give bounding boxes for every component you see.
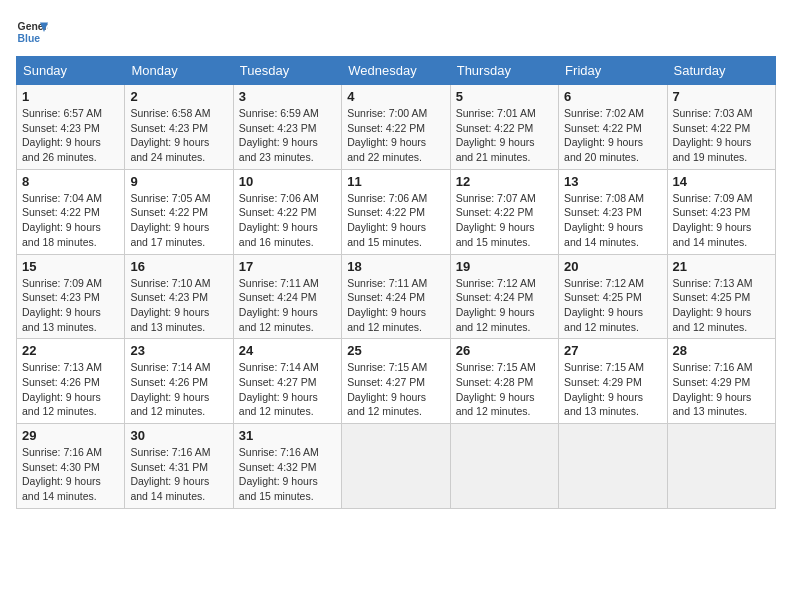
day-number: 11 xyxy=(347,174,444,189)
day-number: 4 xyxy=(347,89,444,104)
day-number: 7 xyxy=(673,89,770,104)
calendar-cell: 23 Sunrise: 7:14 AMSunset: 4:26 PMDaylig… xyxy=(125,339,233,424)
cell-info: Sunrise: 7:01 AMSunset: 4:22 PMDaylight:… xyxy=(456,107,536,163)
calendar-cell: 21 Sunrise: 7:13 AMSunset: 4:25 PMDaylig… xyxy=(667,254,775,339)
day-number: 20 xyxy=(564,259,661,274)
cell-info: Sunrise: 7:12 AMSunset: 4:25 PMDaylight:… xyxy=(564,277,644,333)
day-number: 12 xyxy=(456,174,553,189)
cell-info: Sunrise: 7:06 AMSunset: 4:22 PMDaylight:… xyxy=(239,192,319,248)
calendar-cell: 5 Sunrise: 7:01 AMSunset: 4:22 PMDayligh… xyxy=(450,85,558,170)
cell-info: Sunrise: 7:11 AMSunset: 4:24 PMDaylight:… xyxy=(347,277,427,333)
cell-info: Sunrise: 7:04 AMSunset: 4:22 PMDaylight:… xyxy=(22,192,102,248)
calendar-cell: 24 Sunrise: 7:14 AMSunset: 4:27 PMDaylig… xyxy=(233,339,341,424)
calendar-week-row: 8 Sunrise: 7:04 AMSunset: 4:22 PMDayligh… xyxy=(17,169,776,254)
cell-info: Sunrise: 7:14 AMSunset: 4:26 PMDaylight:… xyxy=(130,361,210,417)
cell-info: Sunrise: 7:05 AMSunset: 4:22 PMDaylight:… xyxy=(130,192,210,248)
day-of-week-header: Thursday xyxy=(450,57,558,85)
calendar-cell: 28 Sunrise: 7:16 AMSunset: 4:29 PMDaylig… xyxy=(667,339,775,424)
day-number: 17 xyxy=(239,259,336,274)
day-number: 18 xyxy=(347,259,444,274)
cell-info: Sunrise: 7:13 AMSunset: 4:26 PMDaylight:… xyxy=(22,361,102,417)
calendar-cell: 4 Sunrise: 7:00 AMSunset: 4:22 PMDayligh… xyxy=(342,85,450,170)
day-number: 29 xyxy=(22,428,119,443)
calendar-cell xyxy=(559,424,667,509)
calendar-cell xyxy=(667,424,775,509)
cell-info: Sunrise: 7:02 AMSunset: 4:22 PMDaylight:… xyxy=(564,107,644,163)
calendar-cell: 31 Sunrise: 7:16 AMSunset: 4:32 PMDaylig… xyxy=(233,424,341,509)
calendar-week-row: 15 Sunrise: 7:09 AMSunset: 4:23 PMDaylig… xyxy=(17,254,776,339)
page-header: General Blue xyxy=(16,16,776,48)
cell-info: Sunrise: 7:16 AMSunset: 4:31 PMDaylight:… xyxy=(130,446,210,502)
calendar-cell: 2 Sunrise: 6:58 AMSunset: 4:23 PMDayligh… xyxy=(125,85,233,170)
calendar-cell: 22 Sunrise: 7:13 AMSunset: 4:26 PMDaylig… xyxy=(17,339,125,424)
cell-info: Sunrise: 7:14 AMSunset: 4:27 PMDaylight:… xyxy=(239,361,319,417)
calendar-cell: 26 Sunrise: 7:15 AMSunset: 4:28 PMDaylig… xyxy=(450,339,558,424)
cell-info: Sunrise: 7:11 AMSunset: 4:24 PMDaylight:… xyxy=(239,277,319,333)
calendar-cell: 6 Sunrise: 7:02 AMSunset: 4:22 PMDayligh… xyxy=(559,85,667,170)
calendar-cell: 1 Sunrise: 6:57 AMSunset: 4:23 PMDayligh… xyxy=(17,85,125,170)
cell-info: Sunrise: 7:15 AMSunset: 4:29 PMDaylight:… xyxy=(564,361,644,417)
cell-info: Sunrise: 7:09 AMSunset: 4:23 PMDaylight:… xyxy=(22,277,102,333)
day-number: 15 xyxy=(22,259,119,274)
cell-info: Sunrise: 7:16 AMSunset: 4:30 PMDaylight:… xyxy=(22,446,102,502)
day-number: 6 xyxy=(564,89,661,104)
calendar-cell xyxy=(450,424,558,509)
calendar-cell: 18 Sunrise: 7:11 AMSunset: 4:24 PMDaylig… xyxy=(342,254,450,339)
calendar-cell: 12 Sunrise: 7:07 AMSunset: 4:22 PMDaylig… xyxy=(450,169,558,254)
calendar-cell xyxy=(342,424,450,509)
cell-info: Sunrise: 6:59 AMSunset: 4:23 PMDaylight:… xyxy=(239,107,319,163)
day-number: 10 xyxy=(239,174,336,189)
day-number: 2 xyxy=(130,89,227,104)
calendar-cell: 17 Sunrise: 7:11 AMSunset: 4:24 PMDaylig… xyxy=(233,254,341,339)
calendar-cell: 20 Sunrise: 7:12 AMSunset: 4:25 PMDaylig… xyxy=(559,254,667,339)
cell-info: Sunrise: 6:58 AMSunset: 4:23 PMDaylight:… xyxy=(130,107,210,163)
logo-icon: General Blue xyxy=(16,16,48,48)
cell-info: Sunrise: 6:57 AMSunset: 4:23 PMDaylight:… xyxy=(22,107,102,163)
calendar-cell: 25 Sunrise: 7:15 AMSunset: 4:27 PMDaylig… xyxy=(342,339,450,424)
day-number: 21 xyxy=(673,259,770,274)
day-number: 28 xyxy=(673,343,770,358)
cell-info: Sunrise: 7:13 AMSunset: 4:25 PMDaylight:… xyxy=(673,277,753,333)
svg-text:Blue: Blue xyxy=(18,33,41,44)
day-number: 23 xyxy=(130,343,227,358)
day-number: 5 xyxy=(456,89,553,104)
day-of-week-header: Saturday xyxy=(667,57,775,85)
day-number: 19 xyxy=(456,259,553,274)
day-number: 27 xyxy=(564,343,661,358)
calendar-body: 1 Sunrise: 6:57 AMSunset: 4:23 PMDayligh… xyxy=(17,85,776,509)
day-of-week-header: Sunday xyxy=(17,57,125,85)
calendar-header-row: SundayMondayTuesdayWednesdayThursdayFrid… xyxy=(17,57,776,85)
calendar-week-row: 29 Sunrise: 7:16 AMSunset: 4:30 PMDaylig… xyxy=(17,424,776,509)
day-number: 14 xyxy=(673,174,770,189)
calendar-cell: 9 Sunrise: 7:05 AMSunset: 4:22 PMDayligh… xyxy=(125,169,233,254)
calendar-cell: 19 Sunrise: 7:12 AMSunset: 4:24 PMDaylig… xyxy=(450,254,558,339)
day-number: 22 xyxy=(22,343,119,358)
day-number: 25 xyxy=(347,343,444,358)
calendar-cell: 30 Sunrise: 7:16 AMSunset: 4:31 PMDaylig… xyxy=(125,424,233,509)
day-of-week-header: Wednesday xyxy=(342,57,450,85)
day-of-week-header: Monday xyxy=(125,57,233,85)
logo: General Blue xyxy=(16,16,48,48)
day-number: 9 xyxy=(130,174,227,189)
cell-info: Sunrise: 7:03 AMSunset: 4:22 PMDaylight:… xyxy=(673,107,753,163)
calendar-cell: 10 Sunrise: 7:06 AMSunset: 4:22 PMDaylig… xyxy=(233,169,341,254)
cell-info: Sunrise: 7:12 AMSunset: 4:24 PMDaylight:… xyxy=(456,277,536,333)
cell-info: Sunrise: 7:15 AMSunset: 4:27 PMDaylight:… xyxy=(347,361,427,417)
day-number: 31 xyxy=(239,428,336,443)
calendar-cell: 8 Sunrise: 7:04 AMSunset: 4:22 PMDayligh… xyxy=(17,169,125,254)
day-number: 30 xyxy=(130,428,227,443)
day-number: 8 xyxy=(22,174,119,189)
day-number: 13 xyxy=(564,174,661,189)
cell-info: Sunrise: 7:08 AMSunset: 4:23 PMDaylight:… xyxy=(564,192,644,248)
calendar-cell: 7 Sunrise: 7:03 AMSunset: 4:22 PMDayligh… xyxy=(667,85,775,170)
calendar-cell: 15 Sunrise: 7:09 AMSunset: 4:23 PMDaylig… xyxy=(17,254,125,339)
day-of-week-header: Tuesday xyxy=(233,57,341,85)
cell-info: Sunrise: 7:15 AMSunset: 4:28 PMDaylight:… xyxy=(456,361,536,417)
cell-info: Sunrise: 7:10 AMSunset: 4:23 PMDaylight:… xyxy=(130,277,210,333)
calendar-week-row: 22 Sunrise: 7:13 AMSunset: 4:26 PMDaylig… xyxy=(17,339,776,424)
calendar-week-row: 1 Sunrise: 6:57 AMSunset: 4:23 PMDayligh… xyxy=(17,85,776,170)
day-number: 26 xyxy=(456,343,553,358)
cell-info: Sunrise: 7:00 AMSunset: 4:22 PMDaylight:… xyxy=(347,107,427,163)
calendar-cell: 11 Sunrise: 7:06 AMSunset: 4:22 PMDaylig… xyxy=(342,169,450,254)
cell-info: Sunrise: 7:09 AMSunset: 4:23 PMDaylight:… xyxy=(673,192,753,248)
